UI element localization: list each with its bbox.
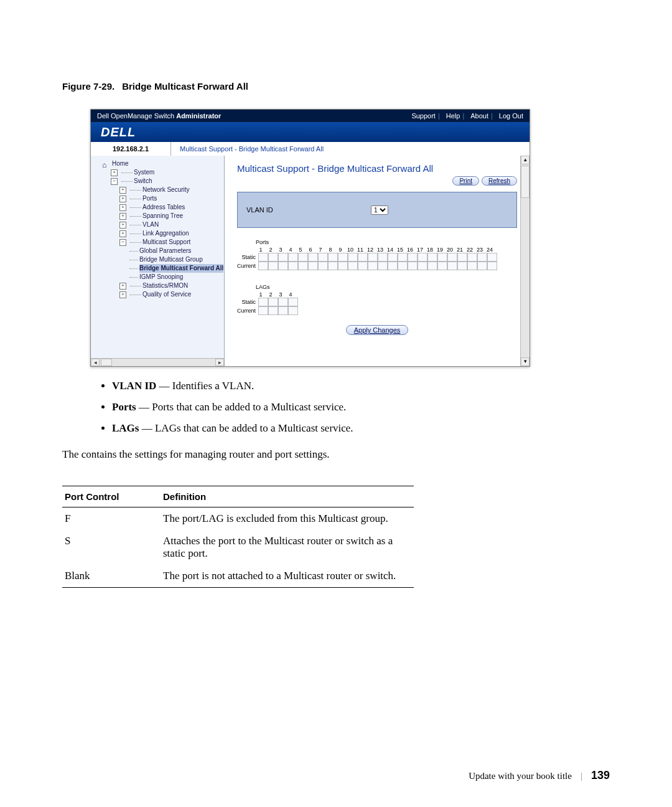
port-cell[interactable] [437,262,447,270]
scroll-right-icon[interactable]: ▸ [215,359,224,366]
lag-cell[interactable] [278,306,288,315]
expand-icon[interactable]: + [119,204,126,211]
port-cell[interactable] [378,262,388,270]
collapse-icon[interactable]: − [111,178,118,185]
about-link[interactable]: About [470,112,488,120]
help-link[interactable]: Help [446,112,460,120]
nav-system[interactable]: +System [111,168,224,177]
port-cell[interactable] [358,253,368,262]
port-cell[interactable] [318,253,328,262]
port-cell[interactable] [348,262,358,270]
nav-qos[interactable]: +Quality of Service [119,290,224,299]
vlan-id-select[interactable]: 1 [371,205,388,215]
port-cell[interactable] [477,253,487,262]
scroll-thumb[interactable] [521,166,530,198]
nav-bridge-multicast-forward-all[interactable]: Bridge Multicast Forward All [128,264,224,273]
port-cell[interactable] [457,262,467,270]
nav-horizontal-scrollbar[interactable]: ◂ ▸ [91,358,224,366]
expand-icon[interactable]: + [119,291,126,298]
scroll-down-icon[interactable]: ▾ [521,357,530,366]
port-cell[interactable] [447,253,457,262]
port-cell[interactable] [358,262,368,270]
port-cell[interactable] [388,253,398,262]
port-cell[interactable] [378,253,388,262]
nav-statistics-rmon[interactable]: +Statistics/RMON [119,281,224,290]
port-cell[interactable] [278,262,288,270]
port-cell[interactable] [447,262,457,270]
port-cell[interactable] [308,253,318,262]
port-cell[interactable] [268,253,278,262]
port-cell[interactable] [368,262,378,270]
vertical-scrollbar[interactable]: ▴ ▾ [520,156,530,366]
port-cell[interactable] [288,262,298,270]
scroll-left-icon[interactable]: ◂ [91,359,100,366]
nav-ports[interactable]: +Ports [119,194,224,203]
expand-icon[interactable]: + [119,230,126,237]
port-cell[interactable] [338,262,348,270]
port-cell[interactable] [368,253,378,262]
lag-cell[interactable] [258,306,268,315]
expand-icon[interactable]: + [119,196,126,202]
port-cell[interactable] [467,253,477,262]
nav-switch[interactable]: −Switch [111,177,224,186]
nav-spanning-tree[interactable]: +Spanning Tree [119,212,224,220]
port-cell[interactable] [467,262,477,270]
port-cell[interactable] [408,262,418,270]
nav-link-aggregation[interactable]: +Link Aggregation [119,229,224,238]
nav-multicast-support[interactable]: −Multicast Support [119,238,224,247]
port-cell[interactable] [437,253,447,262]
port-cell[interactable] [338,253,348,262]
port-cell[interactable] [427,253,437,262]
lag-cell[interactable] [268,306,278,315]
expand-icon[interactable]: + [119,283,126,290]
lag-cell[interactable] [258,298,268,306]
port-cell[interactable] [348,253,358,262]
port-cell[interactable] [298,262,308,270]
print-button[interactable]: Print [452,176,479,186]
support-link[interactable]: Support [411,112,436,120]
port-cell[interactable] [398,253,408,262]
nav-network-security[interactable]: +Network Security [119,186,224,194]
nav-igmp-snooping[interactable]: IGMP Snooping [128,273,224,281]
lag-cell[interactable] [268,298,278,306]
expand-icon[interactable]: + [111,169,118,176]
port-cell[interactable] [268,262,278,270]
scroll-thumb[interactable] [101,359,112,366]
port-cell[interactable] [388,262,398,270]
port-cell[interactable] [288,253,298,262]
scroll-up-icon[interactable]: ▴ [521,156,530,164]
port-cell[interactable] [487,253,497,262]
lag-cell[interactable] [278,298,288,306]
collapse-icon[interactable]: − [119,239,126,246]
refresh-button[interactable]: Refresh [482,176,517,186]
port-cell[interactable] [318,262,328,270]
port-cell[interactable] [427,262,437,270]
nav-global-parameters[interactable]: Global Parameters [128,247,224,255]
port-cell[interactable] [398,262,408,270]
port-cell[interactable] [457,253,467,262]
port-cell[interactable] [258,253,268,262]
lag-cell[interactable] [288,306,298,315]
apply-changes-button[interactable]: Apply Changes [346,325,409,335]
port-cell[interactable] [487,262,497,270]
port-cell[interactable] [328,253,338,262]
nav-bridge-multicast-group[interactable]: Bridge Multicast Group [128,255,224,264]
expand-icon[interactable]: + [119,213,126,220]
port-cell[interactable] [477,262,487,270]
port-cell[interactable] [298,253,308,262]
port-cell[interactable] [328,262,338,270]
port-cell[interactable] [418,262,427,270]
nav-vlan[interactable]: +VLAN [119,220,224,229]
port-cell[interactable] [308,262,318,270]
port-cell[interactable] [408,253,418,262]
nav-home[interactable]: Home [102,159,224,168]
port-cell[interactable] [278,253,288,262]
port-cell[interactable] [418,253,427,262]
port-cell[interactable] [258,262,268,270]
nav-address-tables[interactable]: +Address Tables [119,203,224,212]
logout-link[interactable]: Log Out [499,112,523,120]
expand-icon[interactable]: + [119,222,126,229]
lag-cell[interactable] [288,298,298,306]
expand-icon[interactable]: + [119,187,126,194]
figure-number: Figure 7-29. [62,81,114,92]
